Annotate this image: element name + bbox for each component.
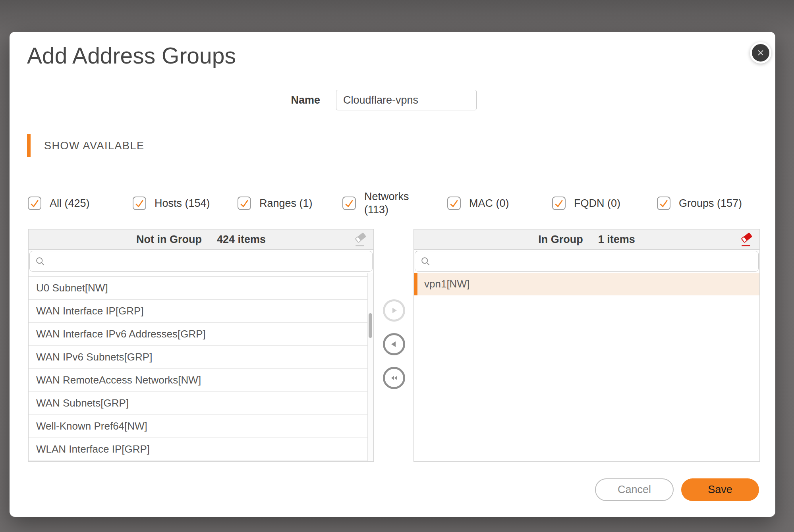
list-item-partial [29,273,367,277]
filter-label: FQDN (0) [574,197,620,210]
check-icon [29,198,40,209]
check-icon [658,198,669,209]
in-group-panel: In Group 1 items [413,229,760,462]
close-button[interactable] [750,42,771,64]
checkbox[interactable] [552,197,566,210]
panel-item-count: 424 items [217,233,266,246]
name-field-row: Name [284,90,477,110]
panel-title: In Group [538,233,583,246]
search-icon [35,256,46,267]
cancel-button[interactable]: Cancel [595,478,674,501]
checkbox[interactable] [133,197,146,210]
filter-label: MAC (0) [469,197,509,210]
check-icon [448,198,460,209]
not-in-group-list: U0 Subnet[NW] WAN Interface IP[GRP] WAN … [29,273,373,461]
checkbox[interactable] [238,197,251,210]
panel-title: Not in Group [136,233,202,246]
checkbox[interactable] [447,197,461,210]
checkbox[interactable] [342,197,356,210]
name-label: Name [284,94,320,106]
checkbox[interactable] [28,197,41,210]
section-title: SHOW AVAILABLE [44,140,145,152]
list-item[interactable]: Well-Known Pref64[NW] [29,415,367,438]
filter-groups[interactable]: Groups (157) [657,197,762,210]
transfer-controls [383,299,405,389]
scrollbar-thumb[interactable] [369,313,372,338]
filter-hosts[interactable]: Hosts (154) [133,197,238,210]
filter-fqdn[interactable]: FQDN (0) [552,197,657,210]
clear-left-list-button[interactable] [352,230,369,249]
arrow-right-icon [389,305,399,316]
filter-mac[interactable]: MAC (0) [447,197,552,210]
save-button[interactable]: Save [681,478,759,501]
double-arrow-left-icon [389,373,399,383]
filter-ranges[interactable]: Ranges (1) [238,197,342,210]
check-icon [344,198,355,209]
list-item[interactable]: WLAN Interface IP[GRP] [29,438,367,461]
type-filter-row: All (425) Hosts (154) Ranges (1) Network… [28,188,762,218]
eraser-icon [740,231,754,248]
move-right-button[interactable] [383,299,405,322]
not-in-group-search [29,251,373,272]
checkbox[interactable] [657,197,670,210]
search-input[interactable] [436,255,753,268]
in-group-header: In Group 1 items [414,229,759,250]
in-group-search [415,251,759,272]
not-in-group-header: Not in Group 424 items [29,229,373,250]
eraser-icon [354,231,368,248]
list-item-selected[interactable]: vpn1[NW] [414,273,759,295]
check-icon [239,198,250,209]
in-group-list: vpn1[NW] [414,273,759,461]
filter-label: Networks (113) [364,190,409,216]
filter-networks[interactable]: Networks (113) [342,190,447,216]
filter-label: Hosts (154) [155,197,210,210]
list-item[interactable]: WAN Interface IP[GRP] [29,300,367,323]
list-item[interactable]: U0 Subnet[NW] [29,277,367,300]
filter-label: Groups (157) [679,197,742,210]
name-input[interactable] [336,90,477,110]
screen-backdrop: { "dialog": { "title": "Add Address Grou… [0,0,794,532]
search-input[interactable] [50,255,367,268]
check-icon [134,198,145,209]
list-item[interactable]: WAN IPv6 Subnets[GRP] [29,346,367,369]
panel-item-count: 1 items [598,233,635,246]
list-item[interactable]: WAN Interface IPv6 Addresses[GRP] [29,323,367,346]
list-item[interactable]: WAN RemoteAccess Networks[NW] [29,369,367,392]
filter-all[interactable]: All (425) [28,197,133,210]
clear-right-list-button[interactable] [738,230,755,249]
filter-label: All (425) [50,197,90,210]
check-icon [553,198,564,209]
scrollbar-track[interactable] [367,273,373,461]
filter-label: Ranges (1) [259,197,313,210]
add-address-groups-dialog: Add Address Groups Name SHOW AVAILABLE A… [10,32,775,517]
search-icon [420,256,431,267]
section-accent-bar [27,134,31,157]
move-left-button[interactable] [383,333,405,355]
move-all-left-button[interactable] [383,367,405,389]
dialog-title: Add Address Groups [27,43,236,69]
close-icon [755,47,766,58]
not-in-group-panel: Not in Group 424 items [28,229,374,462]
list-item[interactable]: WAN Subnets[GRP] [29,392,367,415]
show-available-section: SHOW AVAILABLE [27,134,145,157]
arrow-left-icon [389,339,399,349]
